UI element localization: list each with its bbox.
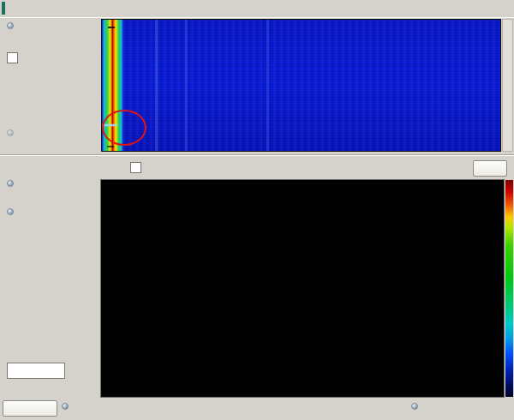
spectrogram-faint-streak xyxy=(266,20,269,151)
annotation-ellipse xyxy=(102,110,146,146)
spectrogram-timestamp xyxy=(108,27,115,28)
span-bullet-icon xyxy=(411,403,418,410)
frequency-control-bar xyxy=(0,398,514,420)
view-mode-combobox[interactable] xyxy=(7,363,65,379)
spectrum-saving-status xyxy=(108,388,115,390)
spectrum-canvas xyxy=(101,180,504,397)
spectrogram-scrollbar[interactable] xyxy=(502,19,513,152)
autoscale-button[interactable] xyxy=(3,400,57,417)
spectrogram-faint-streak xyxy=(155,20,158,151)
clear-button[interactable] xyxy=(473,160,507,177)
spectrum-analyzer-window xyxy=(0,0,514,420)
time-div-bullet-icon xyxy=(7,22,14,29)
trace-toolbar xyxy=(0,154,514,180)
spectrum-settings-panel xyxy=(0,178,100,398)
spectrogram-faint-streak xyxy=(185,20,188,151)
amplitude-colorbar xyxy=(505,180,513,397)
top-title-bar xyxy=(0,0,514,18)
spectrogram-saving-status xyxy=(107,146,114,147)
db-div-bullet-icon xyxy=(7,180,14,187)
window-grip-strip xyxy=(2,2,5,15)
rbw-bullet-icon xyxy=(7,208,14,215)
three-d-checkbox[interactable] xyxy=(7,52,18,63)
cf-bullet-icon xyxy=(62,403,69,410)
spectrogram-settings-panel xyxy=(0,17,100,154)
pos-bullet-icon xyxy=(7,129,14,136)
spectrum-display[interactable] xyxy=(100,179,505,398)
show-checkbox[interactable] xyxy=(130,162,141,173)
spectrogram-display[interactable] xyxy=(101,19,501,152)
